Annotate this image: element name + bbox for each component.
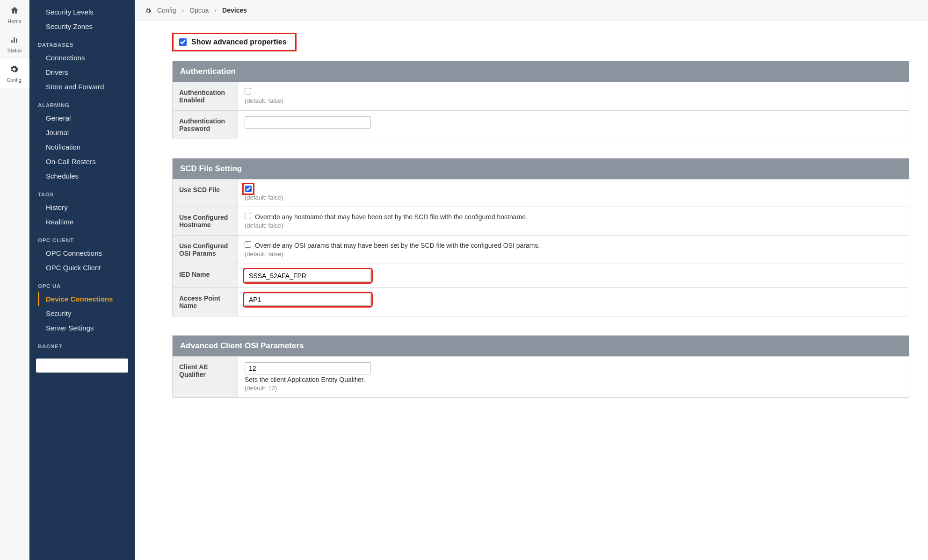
field-label: Authentication Password — [173, 111, 238, 139]
field-inline-text: Override any hostname that may have been… — [255, 213, 528, 221]
field-label: Use SCD File — [173, 179, 238, 207]
sidebar-item[interactable]: Device Connections — [38, 292, 135, 306]
form-section: Advanced Client OSI ParametersClient AE … — [172, 335, 909, 398]
chevron-right-icon: › — [181, 7, 184, 14]
field-default-hint: (default: 12) — [245, 385, 902, 392]
rail-config[interactable]: Config — [0, 59, 29, 88]
sidebar-section-header: TAGS — [29, 183, 135, 200]
breadcrumb-current: Devices — [222, 7, 247, 14]
rail-status-label: Status — [7, 48, 22, 53]
sidebar-item[interactable]: Connections — [38, 50, 135, 65]
field-checkbox[interactable] — [245, 88, 251, 94]
gear-icon — [9, 65, 19, 75]
section-header: Authentication — [173, 61, 909, 82]
sidebar-item[interactable]: Store and Forward — [38, 79, 135, 94]
field-value — [238, 264, 909, 287]
field-label: IED Name — [173, 264, 238, 287]
sidebar-group: GeneralJournalNotificationOn-Call Roster… — [38, 111, 135, 183]
form-section: SCD File SettingUse SCD File(default: fa… — [172, 158, 909, 316]
form-section: AuthenticationAuthentication Enabled(def… — [172, 61, 909, 139]
svg-rect-1 — [14, 37, 15, 43]
show-advanced-checkbox[interactable] — [179, 38, 187, 46]
field-row: Authentication Password — [173, 110, 909, 139]
field-default-hint: (default: false) — [245, 97, 902, 104]
svg-rect-0 — [11, 40, 13, 43]
field-label: Client AE Qualifier — [173, 357, 238, 397]
breadcrumb: Config › Opcua › Devices — [135, 0, 928, 21]
content: Show advanced properties AuthenticationA… — [172, 21, 909, 445]
sidebar-item[interactable]: Notification — [38, 140, 135, 154]
bar-chart-icon — [10, 35, 19, 46]
field-row: Access Point Name — [173, 287, 909, 316]
sidebar-top-group: Security LevelsSecurity Zones — [38, 5, 135, 34]
home-icon — [10, 6, 19, 16]
field-checkbox[interactable] — [245, 186, 252, 192]
field-text-input[interactable] — [245, 362, 371, 374]
field-default-hint: (default: false) — [245, 222, 902, 229]
sidebar-item[interactable]: General — [38, 111, 135, 125]
field-text-input[interactable] — [245, 116, 371, 129]
field-value: Override any OSI params that may have be… — [238, 236, 909, 264]
rail-status[interactable]: Status — [0, 29, 29, 59]
left-rail: Home Status Config — [0, 0, 29, 560]
breadcrumb-mid[interactable]: Opcua — [189, 7, 209, 14]
field-row: Use SCD File(default: false) — [173, 179, 909, 207]
field-row: IED Name — [173, 264, 909, 287]
sidebar-section-header: OPC UA — [29, 275, 135, 292]
field-default-hint: (default: false) — [245, 251, 902, 258]
field-text-input[interactable] — [245, 294, 371, 306]
field-label: Use Configured Hostname — [173, 207, 238, 235]
breadcrumb-gear-icon — [145, 7, 152, 14]
field-inline-text: Override any OSI params that may have be… — [255, 242, 540, 249]
field-value: (default: false) — [238, 82, 909, 110]
chevron-right-icon: › — [214, 7, 217, 14]
sidebar-item[interactable]: Security Zones — [38, 19, 135, 34]
show-advanced-label[interactable]: Show advanced properties — [191, 38, 287, 46]
field-label: Authentication Enabled — [173, 82, 238, 110]
sidebar-item[interactable]: Journal — [38, 125, 135, 140]
rail-home[interactable]: Home — [0, 0, 29, 29]
field-row: Client AE QualifierSets the client Appli… — [173, 356, 909, 397]
field-value: Override any hostname that may have been… — [238, 207, 909, 235]
field-text-input[interactable] — [245, 270, 371, 282]
sidebar-section-header: BACNET — [29, 335, 135, 352]
sidebar-group: Device ConnectionsSecurityServer Setting… — [38, 292, 135, 335]
sidebar-item[interactable]: OPC Quick Client — [38, 260, 135, 275]
field-value: (default: false) — [238, 179, 909, 207]
sidebar-item[interactable]: On-Call Rosters — [38, 154, 135, 169]
field-row: Authentication Enabled(default: false) — [173, 82, 909, 110]
main: Config › Opcua › Devices Show advanced p… — [135, 0, 928, 560]
sidebar-item[interactable]: OPC Connections — [38, 246, 135, 260]
checkbox-wrapper — [245, 88, 251, 96]
show-advanced-row: Show advanced properties — [172, 33, 297, 51]
field-helper-text: Sets the client Application Entity Quali… — [245, 376, 902, 383]
sidebar-item[interactable]: Server Settings — [38, 321, 135, 335]
checkbox-wrapper — [245, 185, 252, 193]
field-checkbox[interactable] — [245, 213, 251, 219]
field-label: Use Configured OSI Params — [173, 236, 238, 264]
field-default-hint: (default: false) — [245, 194, 902, 201]
sidebar-section-header: DATABASES — [29, 34, 135, 50]
field-value — [238, 288, 909, 316]
sidebar-item[interactable]: History — [38, 200, 135, 215]
section-header: SCD File Setting — [173, 158, 909, 179]
checkbox-wrapper — [245, 241, 251, 249]
field-row: Use Configured HostnameOverride any host… — [173, 207, 909, 235]
sidebar-section-header: ALARMING — [29, 94, 135, 111]
field-value: Sets the client Application Entity Quali… — [238, 357, 909, 397]
breadcrumb-root[interactable]: Config — [157, 7, 176, 14]
sidebar-section-header: OPC CLIENT — [29, 229, 135, 246]
sidebar-group: HistoryRealtime — [38, 200, 135, 229]
sidebar: Security LevelsSecurity Zones DATABASESC… — [29, 0, 135, 560]
sidebar-item[interactable]: Security Levels — [38, 5, 135, 19]
checkbox-wrapper — [245, 213, 251, 221]
sidebar-item[interactable]: Security — [38, 306, 135, 321]
sidebar-item[interactable]: Schedules — [38, 169, 135, 183]
section-header: Advanced Client OSI Parameters — [173, 336, 909, 356]
sidebar-group: ConnectionsDriversStore and Forward — [38, 50, 135, 94]
sidebar-item[interactable]: Drivers — [38, 65, 135, 79]
rail-home-label: Home — [7, 18, 21, 24]
sidebar-item[interactable]: Realtime — [38, 215, 135, 229]
sidebar-search-box[interactable] — [36, 359, 128, 373]
field-checkbox[interactable] — [245, 241, 251, 248]
